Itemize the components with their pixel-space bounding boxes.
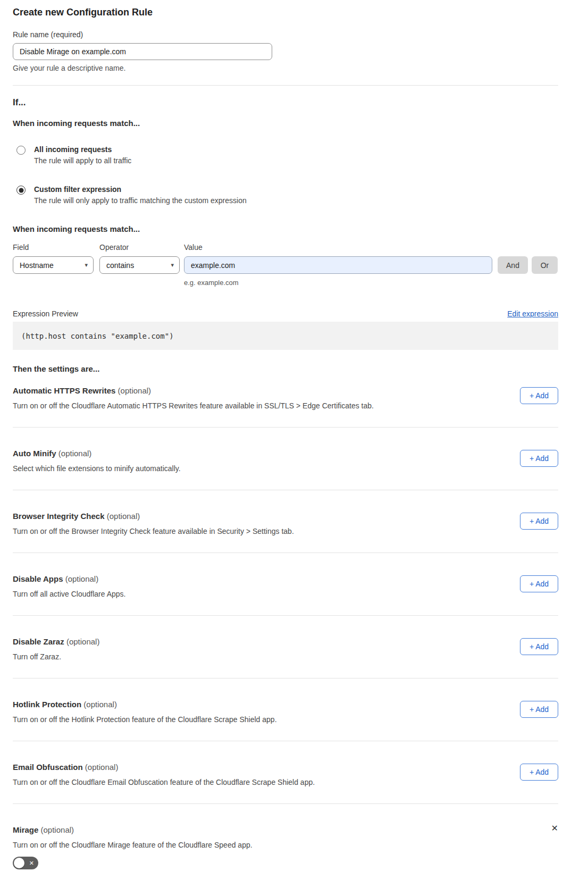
add-button[interactable]: + Add: [520, 764, 558, 781]
setting-description: Select which file extensions to minify a…: [13, 464, 558, 473]
setting-title: Disable Apps: [13, 574, 63, 583]
expression-code-text: (http.host contains "example.com"): [21, 332, 174, 340]
value-input[interactable]: [184, 256, 492, 274]
setting-description: Turn on or off the Hotlink Protection fe…: [13, 715, 558, 724]
optional-suffix: (optional): [105, 512, 140, 521]
add-button[interactable]: + Add: [520, 513, 558, 530]
radio-button-icon[interactable]: [16, 186, 26, 195]
operator-select[interactable]: contains ▾: [99, 256, 180, 274]
setting-title: Mirage: [13, 825, 38, 834]
setting-title: Auto Minify: [13, 449, 56, 458]
setting-title: Email Obfuscation: [13, 763, 83, 772]
field-select[interactable]: Hostname ▾: [13, 256, 94, 274]
or-button[interactable]: Or: [532, 256, 558, 274]
setting-title: Browser Integrity Check: [13, 512, 105, 521]
optional-suffix: (optional): [56, 449, 92, 458]
operator-label: Operator: [99, 243, 184, 252]
add-button[interactable]: + Add: [520, 575, 558, 592]
chevron-down-icon: ▾: [171, 262, 174, 268]
setting-row-mirage: Mirage (optional) ✕ Turn on or off the C…: [13, 804, 558, 871]
radio-label[interactable]: All incoming requests: [34, 145, 131, 154]
add-button[interactable]: + Add: [520, 387, 558, 404]
setting-title: Automatic HTTPS Rewrites: [13, 386, 115, 395]
rule-name-input[interactable]: [13, 43, 272, 60]
toggle-off-x-icon: ✕: [29, 860, 34, 866]
page-title: Create new Configuration Rule: [13, 7, 558, 18]
rule-name-label: Rule name (required): [13, 30, 558, 39]
expression-builder-row: Hostname ▾ contains ▾ And Or: [13, 256, 558, 274]
radio-description: The rule will apply to all traffic: [34, 156, 131, 165]
optional-suffix: (optional): [115, 386, 151, 395]
setting-row-auto-minify: Auto Minify (optional) Select which file…: [13, 428, 558, 490]
setting-title: Hotlink Protection: [13, 700, 81, 709]
setting-row-automatic-https-rewrites: Automatic HTTPS Rewrites (optional) Turn…: [13, 373, 558, 428]
add-button[interactable]: + Add: [520, 450, 558, 467]
if-heading: If...: [13, 98, 558, 107]
and-button[interactable]: And: [498, 256, 528, 274]
setting-row-email-obfuscation: Email Obfuscation (optional) Turn on or …: [13, 741, 558, 804]
toggle-knob: [14, 858, 24, 868]
expression-builder-labels: Field Operator Value: [13, 243, 558, 252]
add-button[interactable]: + Add: [520, 638, 558, 655]
chevron-down-icon: ▾: [85, 262, 88, 268]
field-label: Field: [13, 243, 99, 252]
add-button[interactable]: + Add: [520, 701, 558, 718]
setting-description: Turn on or off the Cloudflare Automatic …: [13, 401, 558, 410]
edit-expression-link[interactable]: Edit expression: [507, 309, 558, 318]
value-label: Value: [184, 243, 203, 252]
expression-preview-label: Expression Preview: [13, 309, 78, 318]
optional-suffix: (optional): [38, 825, 74, 834]
setting-row-browser-integrity-check: Browser Integrity Check (optional) Turn …: [13, 490, 558, 553]
setting-row-hotlink-protection: Hotlink Protection (optional) Turn on or…: [13, 679, 558, 741]
then-settings-heading: Then the settings are...: [13, 364, 558, 373]
optional-suffix: (optional): [83, 763, 119, 772]
expression-preview-code: (http.host contains "example.com"): [13, 322, 558, 350]
mirage-toggle[interactable]: ✕: [13, 857, 38, 869]
radio-description: The rule will only apply to traffic matc…: [34, 196, 247, 205]
setting-description: Turn on or off the Cloudflare Email Obfu…: [13, 778, 558, 786]
setting-description: Turn off all active Cloudflare Apps.: [13, 590, 558, 598]
rule-name-help: Give your rule a descriptive name.: [13, 64, 558, 72]
create-configuration-rule-form: Create new Configuration Rule Rule name …: [0, 0, 588, 871]
close-icon[interactable]: ✕: [551, 824, 558, 833]
divider: [13, 85, 558, 86]
setting-title: Disable Zaraz: [13, 637, 64, 646]
optional-suffix: (optional): [64, 637, 100, 646]
match-heading: When incoming requests match...: [13, 119, 558, 128]
setting-row-disable-zaraz: Disable Zaraz (optional) Turn off Zaraz.…: [13, 616, 558, 679]
optional-suffix: (optional): [63, 574, 98, 583]
value-hint: e.g. example.com: [184, 279, 558, 287]
setting-description: Turn on or off the Cloudflare Mirage fea…: [13, 841, 558, 849]
radio-option-custom-filter-expression[interactable]: Custom filter expression The rule will o…: [13, 185, 558, 205]
settings-list: Automatic HTTPS Rewrites (optional) Turn…: [13, 373, 558, 804]
operator-select-value: contains: [106, 261, 134, 270]
expression-preview-header: Expression Preview Edit expression: [13, 309, 558, 318]
expression-builder-heading: When incoming requests match...: [13, 225, 558, 233]
optional-suffix: (optional): [81, 700, 117, 709]
setting-row-disable-apps: Disable Apps (optional) Turn off all act…: [13, 553, 558, 616]
setting-description: Turn on or off the Browser Integrity Che…: [13, 527, 558, 535]
field-select-value: Hostname: [20, 261, 54, 270]
radio-option-all-incoming-requests[interactable]: All incoming requests The rule will appl…: [13, 145, 558, 165]
radio-label[interactable]: Custom filter expression: [34, 185, 247, 194]
radio-button-icon[interactable]: [16, 146, 26, 155]
setting-description: Turn off Zaraz.: [13, 652, 558, 661]
